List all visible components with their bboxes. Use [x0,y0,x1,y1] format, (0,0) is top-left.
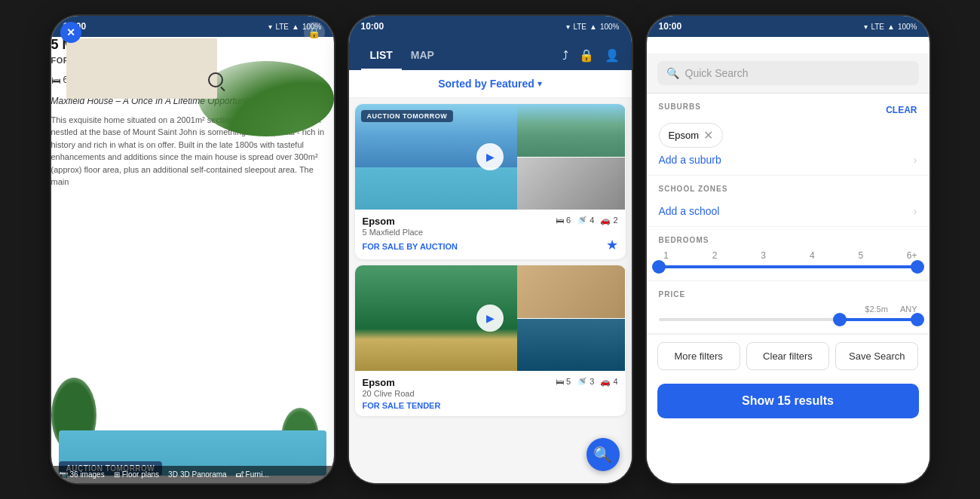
status-bar-1: 10:00 ▾ LTE ▲ 100% [51,16,334,37]
filter-close-button[interactable]: ✕ [647,38,658,53]
listing-card-1[interactable]: AUCTION TOMORROW ▶ [355,104,626,259]
listing-address-2: 20 Clive Road [363,389,415,398]
panorama-icon: 3D [168,470,178,479]
pool-image-1 [355,167,517,210]
tab-list[interactable]: LIST [361,41,402,70]
sort-bar[interactable]: Sorted by Featured ▾ [349,70,632,98]
bedrooms-slider-min-thumb[interactable] [652,260,666,274]
listing-info-1: Epsom 5 Maxfield Place 🛏 6 🚿 4 🚗 2 FOR S… [355,210,626,259]
listing-header-row-2: Epsom 20 Clive Road 🛏 5 🚿 3 🚗 4 [363,377,618,398]
furnish-tool[interactable]: 🛋 Furni... [236,470,269,479]
sort-arrow-icon: ▾ [537,78,542,89]
phone-3: 10:00 ▾ LTE ▲ 100% ✕ Residential For Sal… [647,16,929,483]
more-filters-button[interactable]: More filters [657,342,740,370]
profile-icon[interactable]: 👤 [605,48,620,63]
images-count-tool[interactable]: 📷 36 images [59,470,105,479]
play-button-1[interactable]: ▶ [476,143,504,170]
house-img-interior [517,265,626,318]
price-slider-max-thumb[interactable] [911,313,924,326]
clear-filters-button[interactable]: Clear filters [746,342,829,370]
listing-secondary-img-bottom-2 [517,319,626,372]
price-range-labels: $2.5m ANY [659,305,917,314]
search-glyph-icon: 🔍 [666,67,679,79]
floorplan-icon: ⊞ [114,470,120,479]
status-icons-2: ▾ LTE ▲ 100% [566,23,619,31]
filter-body: 🔍 Quick Search SUBURBS CLEAR Epsom ✕ [647,54,929,483]
listing-secondary-images-1 [517,104,626,210]
search-placeholder-text: Quick Search [685,67,749,79]
suburb-chip-remove[interactable]: ✕ [703,128,713,142]
phone-2: 10:00 ▾ LTE ▲ 100% LIST MAP ⤴ 🔒 👤 Sorted… [349,16,632,483]
beds-feature: 🛏 6 [51,75,69,86]
phone-1: 10:00 ▾ LTE ▲ 100% ✕ 🔒 AUCTION TOMORROW … [51,16,334,483]
bed-num-2: 2 [707,250,722,261]
garage-count-1: 🚗 2 [600,216,617,225]
suburbs-clear-button[interactable]: CLEAR [886,105,917,115]
bed-icon: 🛏 [51,75,61,86]
listing-feature-icons-1: 🛏 6 🚿 4 🚗 2 [556,216,618,225]
price-slider-fill [840,318,917,321]
bed-num-4: 4 [804,250,819,261]
furnish-icon: 🛋 [236,470,243,479]
price-slider-track[interactable] [659,318,917,321]
bed-count-2: 🛏 5 [556,377,571,387]
listing-info-2: Epsom 20 Clive Road 🛏 5 🚿 3 🚗 4 FOR SALE… [355,371,626,416]
quick-search-input[interactable]: 🔍 Quick Search [657,61,919,85]
floor-plans-tool[interactable]: ⊞ Floor plans [114,470,159,479]
listing-images-2: ▶ [355,265,626,371]
status-icons-3: ▾ LTE ▲ 100% [864,23,917,31]
house-img-exterior [517,158,626,210]
lte-icon-1: LTE [275,23,289,31]
bedrooms-slider-max-thumb[interactable] [911,260,924,274]
listing-secondary-img-top-1 [517,104,626,157]
filter-dropdown-icon[interactable]: ▾ [779,41,784,52]
quick-search-wrap: 🔍 Quick Search [647,54,929,93]
bed-num-1: 1 [659,250,674,261]
save-icon[interactable]: 🔒 [579,48,594,63]
suburb-chip-label: Epsom [669,130,699,141]
add-suburb-row[interactable]: Add a suburb › [659,148,917,166]
listing-secondary-img-bottom-1 [517,158,626,210]
image-toolbar: 📷 36 images ⊞ Floor plans 3D 3D Panorama… [51,466,334,483]
show-results-button[interactable]: Show 15 results [657,384,919,418]
tab-map[interactable]: MAP [402,41,443,70]
nav-bar: LIST MAP ⤴ 🔒 👤 [349,37,632,70]
listing-address-1: 5 Maxfield Place [363,228,424,237]
suburb-chips: Epsom ✕ [659,123,917,148]
auction-badge-card-1: AUCTION TOMORROW [361,110,454,122]
battery-icon-2: 100% [600,23,620,31]
close-button[interactable]: ✕ [60,22,81,43]
filter-header: ✕ Residential For Sale ▾ [647,37,929,54]
price-min-label: $2.5m [865,305,888,314]
play-button-2[interactable]: ▶ [476,305,504,332]
search-property-icon[interactable] [208,72,223,87]
panorama-tool[interactable]: 3D 3D Panorama [168,470,227,479]
wifi-icon-2: ▾ [566,23,570,31]
add-school-row[interactable]: Add a school › [659,199,917,217]
status-bar-3: 10:00 ▾ LTE ▲ 100% [647,16,929,37]
share-icon[interactable]: ⤴ [562,49,568,63]
signal-icon-2: ▲ [590,23,597,31]
status-time-3: 10:00 [659,21,682,32]
search-fab-button[interactable]: 🔍 [586,438,620,471]
save-search-button[interactable]: Save Search [835,342,918,370]
listings-scroll: AUCTION TOMORROW ▶ [349,98,632,483]
lock-button[interactable]: 🔒 [304,22,325,43]
bedrooms-slider-track[interactable] [659,265,917,268]
signal-icon-1: ▲ [292,23,299,31]
listing-secondary-img-top-2 [517,265,626,318]
bed-num-6plus: 6+ [902,250,917,261]
suburbs-section: SUBURBS CLEAR Epsom ✕ Add a suburb › [647,93,929,176]
listing-card-2[interactable]: ▶ Epsom 20 Clive Road 🛏 5 🚿 3 🚗 4 [355,265,626,416]
listing-suburb-1: Epsom [363,216,424,227]
price-slider-min-thumb[interactable] [833,313,847,326]
house-img-pool [517,319,626,372]
listing-suburb-2: Epsom [363,377,415,388]
bedrooms-label: BEDROOMS [659,236,917,244]
favorite-star-1[interactable]: ★ [606,237,618,253]
bath-count-1: 🚿 4 [577,216,594,225]
listing-secondary-images-2 [517,265,626,371]
status-time-2: 10:00 [361,21,384,32]
price-label: PRICE [659,290,917,298]
status-bar-2: 10:00 ▾ LTE ▲ 100% [349,16,632,37]
